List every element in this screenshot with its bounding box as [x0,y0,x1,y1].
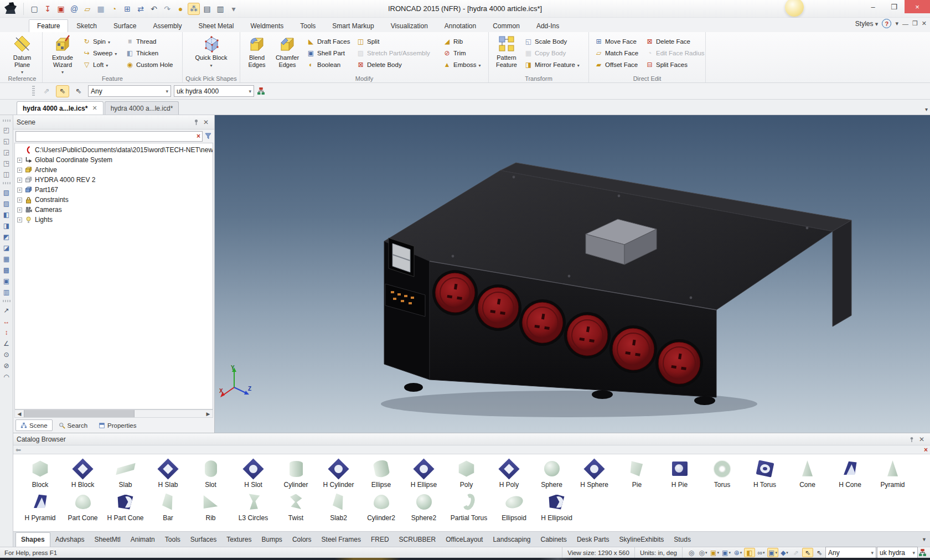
triball-icon[interactable]: ⊕▾ [732,548,743,557]
thread-button[interactable]: ≡Thread [124,35,178,47]
tab-add-ins[interactable]: Add-Ins [528,19,567,32]
expander-icon[interactable] [17,188,22,193]
split-faces-button[interactable]: ⊟Split Faces [644,59,701,70]
view-back-button[interactable]: ▨ [1,198,12,209]
catalog-search-combobox[interactable]: uk hydra 4000▾ [174,85,254,97]
catalog-item-h-pyramid[interactable]: H Pyramid [19,489,61,522]
save-button[interactable]: ▦ [95,3,107,15]
doc-close-button[interactable]: ✕ [922,20,927,27]
close-panel-icon[interactable]: ✕ [201,117,211,127]
catalog-tab-tools[interactable]: Tools [160,533,185,547]
stretch-part-assembly-button[interactable]: ▨Stretch Part/Assembly [355,47,439,59]
tree-item-cameras[interactable]: Cameras [16,205,213,215]
import-document-button[interactable]: ▣ [55,3,67,15]
catalog-tab-overflow-icon[interactable]: ▼ [922,537,927,542]
pin-icon[interactable] [191,117,201,127]
tree-item-lights[interactable]: Lights [16,215,213,225]
catalog-item-h-sphere[interactable]: H Sphere [573,455,616,489]
3d-viewport[interactable]: Y X Z [215,115,930,433]
new-document-button[interactable]: ▢ [28,3,40,15]
catalog-item-h-ellipsoid[interactable]: H Ellipsoid [535,489,578,522]
restore-button[interactable]: ❒ [884,0,905,13]
spectacles-icon[interactable]: ∞▾ [756,548,767,557]
tree-item-scene-root[interactable]: C:\Users\Public\Documents\data\2015\word… [16,145,213,155]
open-drawing-button[interactable]: ↧ [42,3,54,15]
doc-restore-button[interactable]: ❒ [912,20,918,27]
catalog-item-h-slab[interactable]: H Slab [147,455,189,489]
boolean-button[interactable]: ◐Boolean [305,59,353,70]
select-cursor-button[interactable]: ⇖ [56,85,69,97]
view-dimetric-button[interactable]: ▩ [1,265,12,275]
help-dropdown-arrow[interactable]: ▾ [895,20,898,27]
catalog-item-pie[interactable]: Pie [616,455,658,489]
intersect-tool-button[interactable]: ◲ [1,147,12,157]
catalog-item-h-ellipse[interactable]: H Ellipse [402,455,445,489]
add-shape-icon[interactable]: ▣▾ [709,548,720,557]
catalog-tab-bumps[interactable]: Bumps [257,533,287,547]
close-button[interactable]: × [905,0,930,13]
tab-properties[interactable]: Properties [94,419,141,431]
catalog-item-h-torus[interactable]: H Torus [743,455,786,489]
dim-diameter-button[interactable]: ⊘ [1,360,12,371]
catalog-tab-fred[interactable]: FRED [366,533,394,547]
attach-tool-button[interactable]: ⇗ [40,85,53,97]
pattern-feature-button[interactable]: Pattern Feature [493,34,520,68]
spin-button[interactable]: ↻Spin [81,35,122,47]
close-catalog-icon[interactable]: × [924,446,928,454]
doc-minimize-button[interactable]: — [902,20,908,27]
close-panel-icon[interactable]: ✕ [917,434,927,444]
view-bottom-button[interactable]: ◪ [1,242,12,253]
match-face-button[interactable]: ▱Match Face [593,47,642,59]
catalog-tab-scrubber[interactable]: SCRUBBER [394,533,441,547]
tab-weldments[interactable]: Weldments [242,19,292,32]
measure-tool-button[interactable]: ↗ [1,305,12,315]
catalog-item-ellipse[interactable]: Ellipse [360,455,402,489]
rect-select-button[interactable]: ⇖ [72,85,85,97]
catalog-tab-studs[interactable]: Studs [669,533,696,547]
tab-surface[interactable]: Surface [105,19,144,32]
tree-item-hydra-4000-rev-2[interactable]: HYDRA 4000 REV 2 [16,175,213,185]
catalog-item-h-cylinder[interactable]: H Cylinder [317,455,360,489]
status-search-combobox[interactable]: uk hydra▾ [877,547,918,558]
dim-radius-button[interactable]: ⊙ [1,349,12,360]
trim-button[interactable]: ⊘Trim [441,47,484,59]
selection-scope-combobox[interactable]: Any▾ [88,85,171,97]
zoom-window-icon[interactable]: ◎ [686,548,697,557]
emboss-button[interactable]: ▲Emboss [441,59,484,70]
catalog-item-l3-circles[interactable]: L3 Circles [232,489,275,522]
catalog-tab-skylineexhibits[interactable]: SkylineExhibits [614,533,669,547]
expander-icon[interactable] [17,217,22,222]
union-tool-button[interactable]: ◰ [1,125,12,135]
pin-icon[interactable] [907,434,917,444]
dim-vertical-button[interactable]: ↕ [1,327,12,338]
minimize-button[interactable]: – [862,0,884,13]
catalog-tab-steel-frames[interactable]: Steel Frames [317,533,366,547]
tab-tools[interactable]: Tools [292,19,324,32]
web-load-button[interactable]: @ [68,3,80,15]
catalog-item-slab[interactable]: Slab [104,455,147,489]
tab-feature[interactable]: Feature [29,19,68,32]
document-tab-active[interactable]: hydra 4000 a...le.ics*✕ [17,101,104,115]
expander-icon[interactable] [17,198,22,203]
scroll-right-icon[interactable]: ▶ [204,410,213,417]
scene-structure-button[interactable]: ⁂ [188,3,200,15]
catalog-tab-animatn[interactable]: Animatn [126,533,160,547]
view-left-button[interactable]: ◧ [1,209,12,220]
catalog-item-h-block[interactable]: H Block [61,455,104,489]
catalog-item-twist[interactable]: Twist [275,489,317,522]
tree-item-archive[interactable]: Archive [16,165,213,175]
view-saved-button[interactable]: ▥ [1,287,12,297]
solid-render-icon[interactable]: ◆▾ [779,548,790,557]
catalog-tab-colors[interactable]: Colors [287,533,317,547]
catalog-item-h-cone[interactable]: H Cone [829,455,871,489]
scrollbar-thumb[interactable] [24,410,135,417]
catalog-item-h-poly[interactable]: H Poly [488,455,530,489]
merge-tool-button[interactable]: ◫ [1,169,12,179]
tree-item-constraints[interactable]: Constraints [16,195,213,205]
scene-horizontal-scrollbar[interactable]: ◀ ▶ [14,409,213,418]
view-custom-button[interactable]: ▣ [1,276,12,286]
catalog-tab-shapes[interactable]: Shapes [16,532,50,547]
attach-cursor-icon[interactable]: ⇗ [790,548,802,557]
rect-select-cursor-icon[interactable]: ⇖ [814,548,825,557]
catalog-item-partial-torus[interactable]: Partial Torus [445,489,493,522]
